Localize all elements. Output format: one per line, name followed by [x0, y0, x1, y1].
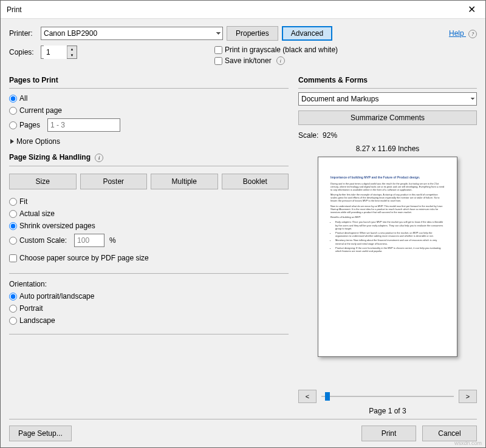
window-title: Print [7, 5, 458, 14]
multiple-button[interactable]: Multiple [151, 174, 218, 189]
preview-doc-title: Importance of building MVP and the Futur… [330, 175, 445, 180]
page-setup-button[interactable]: Page Setup... [9, 426, 72, 441]
booklet-button[interactable]: Booklet [222, 174, 289, 189]
choose-paper-label: Choose paper source by PDF page size [19, 254, 149, 262]
footer: Page Setup... Print Cancel [9, 419, 477, 441]
pages-input[interactable] [47, 118, 120, 132]
radio-auto-label: Auto portrait/landscape [19, 292, 94, 300]
radio-current[interactable] [9, 107, 17, 115]
printer-label: Printer: [9, 29, 37, 38]
save-ink-label: Save ink/toner [225, 56, 272, 65]
dialog-body: Printer: Canon LBP2900 Properties Advanc… [1, 19, 485, 447]
help-link[interactable]: Help ? [449, 29, 477, 38]
radio-fit[interactable] [9, 198, 17, 206]
comments-select[interactable]: Document and Markups [298, 92, 477, 106]
more-options-toggle[interactable]: More Options [10, 137, 289, 146]
percent-label: % [109, 236, 116, 245]
choose-paper-checkbox[interactable] [9, 254, 17, 262]
radio-custom-label: Custom Scale: [19, 236, 67, 245]
preview-nav: < > [298, 390, 477, 403]
comments-heading: Comments & Forms [298, 76, 477, 84]
page-info: Page 1 of 3 [298, 407, 477, 415]
radio-shrink[interactable] [9, 222, 17, 230]
printer-row: Printer: Canon LBP2900 Properties Advanc… [9, 26, 477, 41]
cancel-button[interactable]: Cancel [422, 426, 477, 441]
copies-down[interactable]: ▼ [67, 52, 77, 58]
page-slider[interactable] [321, 390, 454, 402]
info-icon[interactable]: i [95, 154, 103, 162]
radio-all-label: All [19, 94, 27, 103]
copies-input[interactable] [44, 46, 67, 59]
grayscale-checkbox[interactable] [214, 46, 222, 54]
help-icon: ? [468, 30, 477, 38]
paper-size: 8.27 x 11.69 Inches [298, 144, 477, 153]
size-button[interactable]: Size [9, 174, 77, 189]
printer-select[interactable]: Canon LBP2900 [41, 27, 223, 40]
radio-auto-orient[interactable] [9, 293, 17, 300]
radio-actual[interactable] [9, 210, 17, 218]
copies-label: Copies: [9, 48, 37, 56]
chevron-right-icon [10, 139, 14, 144]
watermark: wsxdn.com [454, 440, 482, 446]
copies-row: Copies: ▲▼ Print in grayscale (black and… [9, 46, 477, 67]
poster-button[interactable]: Poster [80, 174, 148, 189]
radio-pages[interactable] [9, 121, 17, 129]
save-ink-checkbox[interactable] [214, 57, 222, 65]
next-page-button[interactable]: > [459, 390, 477, 403]
left-column: Pages to Print All Current page Pages Mo… [9, 72, 289, 415]
copies-spinner[interactable]: ▲▼ [41, 46, 77, 59]
right-column: Comments & Forms Document and Markups Su… [298, 72, 477, 415]
info-icon[interactable]: i [276, 56, 285, 65]
sizing-heading: Page Sizing & Handling i [9, 153, 289, 162]
scale-info: Scale: 92% [298, 131, 477, 140]
prev-page-button[interactable]: < [298, 390, 317, 403]
radio-all[interactable] [9, 95, 17, 103]
orientation-heading: Orientation: [9, 280, 289, 288]
preview-area: Importance of building MVP and the Futur… [298, 157, 477, 384]
radio-current-label: Current page [19, 106, 62, 115]
preview-page: Importance of building MVP and the Futur… [318, 157, 457, 357]
radio-fit-label: Fit [19, 197, 27, 206]
radio-shrink-label: Shrink oversized pages [19, 222, 95, 230]
radio-pages-label: Pages [19, 121, 40, 129]
custom-scale-input[interactable] [74, 234, 104, 247]
main-columns: Pages to Print All Current page Pages Mo… [9, 72, 477, 415]
radio-custom[interactable] [9, 237, 17, 245]
grayscale-label: Print in grayscale (black and white) [225, 46, 338, 54]
print-dialog: Print ✕ Printer: Canon LBP2900 Propertie… [0, 0, 486, 448]
print-button[interactable]: Print [361, 426, 416, 441]
radio-landscape[interactable] [9, 317, 17, 325]
radio-actual-label: Actual size [19, 209, 55, 218]
radio-landscape-label: Landscape [19, 316, 55, 325]
advanced-button[interactable]: Advanced [282, 26, 332, 41]
copies-up[interactable]: ▲ [67, 46, 77, 52]
radio-portrait-label: Portrait [19, 304, 43, 313]
radio-portrait[interactable] [9, 305, 17, 313]
pages-to-print-heading: Pages to Print [9, 76, 289, 84]
close-button[interactable]: ✕ [458, 1, 485, 19]
titlebar: Print ✕ [1, 1, 485, 19]
summarize-button[interactable]: Summarize Comments [298, 110, 477, 125]
properties-button[interactable]: Properties [227, 26, 278, 41]
